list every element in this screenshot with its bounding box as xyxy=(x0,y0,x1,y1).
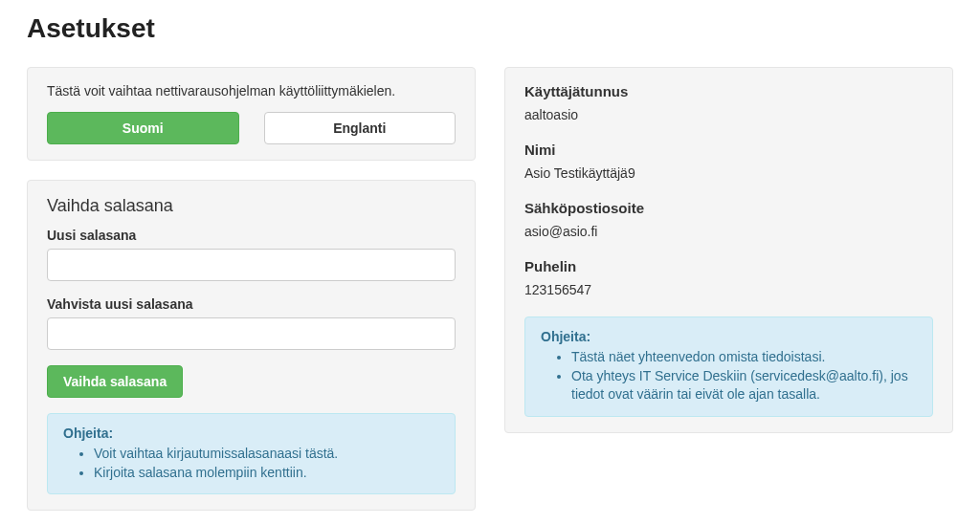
user-help-item: Ota yhteys IT Service Deskiin (servicede… xyxy=(571,367,917,404)
name-label: Nimi xyxy=(524,142,933,158)
password-help-title: Ohjeita: xyxy=(63,426,113,441)
phone-value: 123156547 xyxy=(524,282,933,297)
confirm-password-label: Vahvista uusi salasana xyxy=(47,296,456,312)
new-password-input[interactable] xyxy=(47,249,456,281)
user-info-panel: Käyttäjätunnus aaltoasio Nimi Asio Testi… xyxy=(504,67,953,433)
email-label: Sähköpostiosoite xyxy=(524,200,933,216)
password-help-item: Kirjoita salasana molempiin kenttiin. xyxy=(94,464,439,483)
page-title: Asetukset xyxy=(27,13,953,44)
password-panel: Vaihda salasana Uusi salasana Vahvista u… xyxy=(27,180,476,511)
password-title: Vaihda salasana xyxy=(47,196,456,216)
user-help-item: Tästä näet yhteenvedon omista tiedoistas… xyxy=(571,348,917,367)
email-value: asio@asio.fi xyxy=(524,224,933,239)
lang-fi-button[interactable]: Suomi xyxy=(47,112,239,144)
user-help-box: Ohjeita: Tästä näet yhteenvedon omista t… xyxy=(524,317,933,417)
new-password-label: Uusi salasana xyxy=(47,228,456,243)
lang-en-button[interactable]: Englanti xyxy=(264,112,457,144)
confirm-password-input[interactable] xyxy=(47,317,456,350)
user-help-title: Ohjeita: xyxy=(541,329,590,344)
phone-label: Puhelin xyxy=(524,258,933,274)
language-note: Tästä voit vaihtaa nettivarausohjelman k… xyxy=(47,83,456,98)
change-password-button[interactable]: Vaihda salasana xyxy=(47,365,183,398)
language-panel: Tästä voit vaihtaa nettivarausohjelman k… xyxy=(27,67,476,161)
username-value: aaltoasio xyxy=(524,107,933,122)
username-label: Käyttäjätunnus xyxy=(524,83,933,99)
password-help-item: Voit vaihtaa kirjautumissalasanaasi täst… xyxy=(94,445,439,464)
password-help-box: Ohjeita: Voit vaihtaa kirjautumissalasan… xyxy=(47,413,456,494)
name-value: Asio Testikäyttäjä9 xyxy=(524,165,933,181)
